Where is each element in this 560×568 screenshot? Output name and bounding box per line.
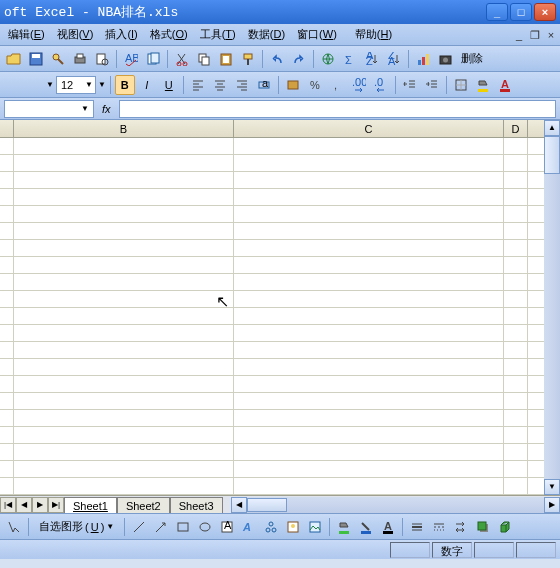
diagram-icon[interactable]: [261, 517, 281, 537]
menu-edit[interactable]: 编辑(E): [2, 25, 51, 44]
font-color-icon[interactable]: A: [495, 75, 515, 95]
horizontal-scrollbar[interactable]: ◀ ▶: [231, 497, 560, 513]
scroll-down-button[interactable]: ▼: [544, 479, 560, 495]
format-painter-icon[interactable]: [238, 49, 258, 69]
sort-desc-icon[interactable]: ZA: [384, 49, 404, 69]
fx-button[interactable]: fx: [94, 103, 119, 115]
open-icon[interactable]: [4, 49, 24, 69]
3d-style-icon[interactable]: [495, 517, 515, 537]
menu-window[interactable]: 窗口(W): [291, 25, 343, 44]
save-icon[interactable]: [26, 49, 46, 69]
clipart-icon[interactable]: [283, 517, 303, 537]
tab-nav-last[interactable]: ▶|: [48, 497, 64, 513]
vertical-scrollbar[interactable]: ▲ ▼: [544, 120, 560, 495]
tab-nav-first[interactable]: |◀: [0, 497, 16, 513]
paste-icon[interactable]: [216, 49, 236, 69]
draw-menu-icon[interactable]: [4, 517, 24, 537]
tab-nav-next[interactable]: ▶: [32, 497, 48, 513]
align-center-icon[interactable]: [210, 75, 230, 95]
maximize-button[interactable]: □: [510, 3, 532, 21]
sheet-tab-3[interactable]: Sheet3: [170, 497, 223, 513]
font-size-box[interactable]: ▼: [56, 76, 96, 94]
bold-button[interactable]: B: [115, 75, 135, 95]
menu-view[interactable]: 视图(V): [51, 25, 100, 44]
font-size-dropdown[interactable]: ▼: [98, 80, 106, 89]
borders-icon[interactable]: [451, 75, 471, 95]
undo-icon[interactable]: [267, 49, 287, 69]
grid-body[interactable]: ↖: [0, 138, 560, 495]
decrease-decimal-icon[interactable]: .0: [371, 75, 391, 95]
comma-icon[interactable]: ,: [327, 75, 347, 95]
sort-asc-icon[interactable]: AZ: [362, 49, 382, 69]
horizontal-scroll-thumb[interactable]: [247, 498, 287, 512]
column-header-b[interactable]: B: [14, 120, 234, 137]
textbox-icon[interactable]: A: [217, 517, 237, 537]
underline-button[interactable]: U: [159, 75, 179, 95]
select-all-corner[interactable]: [0, 120, 14, 137]
spelling-icon[interactable]: ABC: [121, 49, 141, 69]
menu-data[interactable]: 数据(D): [242, 25, 291, 44]
name-box[interactable]: ▼: [4, 100, 94, 118]
scroll-right-button[interactable]: ▶: [544, 497, 560, 513]
column-header-d[interactable]: D: [504, 120, 528, 137]
autoshapes-button[interactable]: 自选图形(U)▼: [33, 517, 120, 536]
currency-icon[interactable]: [283, 75, 303, 95]
redo-icon[interactable]: [289, 49, 309, 69]
menu-help[interactable]: 帮助(H): [349, 25, 398, 44]
camera-icon[interactable]: [435, 49, 455, 69]
doc-close-button[interactable]: ×: [544, 29, 558, 41]
font-color-draw-icon[interactable]: A: [378, 517, 398, 537]
line-color-icon[interactable]: [356, 517, 376, 537]
name-box-dropdown-arrow[interactable]: ▼: [81, 104, 89, 113]
copy-icon[interactable]: [194, 49, 214, 69]
scroll-up-button[interactable]: ▲: [544, 120, 560, 136]
insert-picture-icon[interactable]: [305, 517, 325, 537]
doc-restore-button[interactable]: ❐: [528, 29, 542, 41]
hyperlink-icon[interactable]: [318, 49, 338, 69]
menu-tools[interactable]: 工具(T): [194, 25, 242, 44]
rectangle-icon[interactable]: [173, 517, 193, 537]
print-icon[interactable]: [70, 49, 90, 69]
oval-icon[interactable]: [195, 517, 215, 537]
cut-icon[interactable]: [172, 49, 192, 69]
formula-input[interactable]: [119, 100, 556, 118]
line-style-icon[interactable]: [407, 517, 427, 537]
fill-color-draw-icon[interactable]: [334, 517, 354, 537]
doc-minimize-button[interactable]: _: [512, 29, 526, 41]
shadow-style-icon[interactable]: [473, 517, 493, 537]
italic-button[interactable]: I: [137, 75, 157, 95]
font-dropdown-arrow[interactable]: ▼: [46, 80, 54, 89]
print-preview-icon[interactable]: [92, 49, 112, 69]
fill-color-icon[interactable]: [473, 75, 493, 95]
menu-insert[interactable]: 插入(I): [99, 25, 143, 44]
merge-center-icon[interactable]: a: [254, 75, 274, 95]
sheet-tab-1[interactable]: Sheet1: [64, 497, 117, 513]
close-button[interactable]: ×: [534, 3, 556, 21]
autosum-icon[interactable]: Σ: [340, 49, 360, 69]
delete-label[interactable]: 删除: [457, 51, 487, 66]
dash-style-icon[interactable]: [429, 517, 449, 537]
font-size-dropdown-arrow[interactable]: ▼: [85, 80, 93, 89]
decrease-indent-icon[interactable]: [400, 75, 420, 95]
column-header-c[interactable]: C: [234, 120, 504, 137]
scroll-left-button[interactable]: ◀: [231, 497, 247, 513]
vertical-scroll-thumb[interactable]: [544, 136, 560, 174]
increase-indent-icon[interactable]: [422, 75, 442, 95]
wordart-icon[interactable]: A: [239, 517, 259, 537]
align-left-icon[interactable]: [188, 75, 208, 95]
align-right-icon[interactable]: [232, 75, 252, 95]
minimize-button[interactable]: _: [486, 3, 508, 21]
menu-format[interactable]: 格式(O): [144, 25, 194, 44]
line-icon[interactable]: [129, 517, 149, 537]
sheet-tab-2[interactable]: Sheet2: [117, 497, 170, 513]
chart-wizard-icon[interactable]: [413, 49, 433, 69]
percent-icon[interactable]: %: [305, 75, 325, 95]
permission-icon[interactable]: [48, 49, 68, 69]
arrow-style-icon[interactable]: [451, 517, 471, 537]
increase-decimal-icon[interactable]: .00: [349, 75, 369, 95]
font-size-input[interactable]: [61, 79, 85, 91]
arrow-icon[interactable]: [151, 517, 171, 537]
research-icon[interactable]: [143, 49, 163, 69]
svg-text:A: A: [384, 520, 392, 532]
tab-nav-prev[interactable]: ◀: [16, 497, 32, 513]
